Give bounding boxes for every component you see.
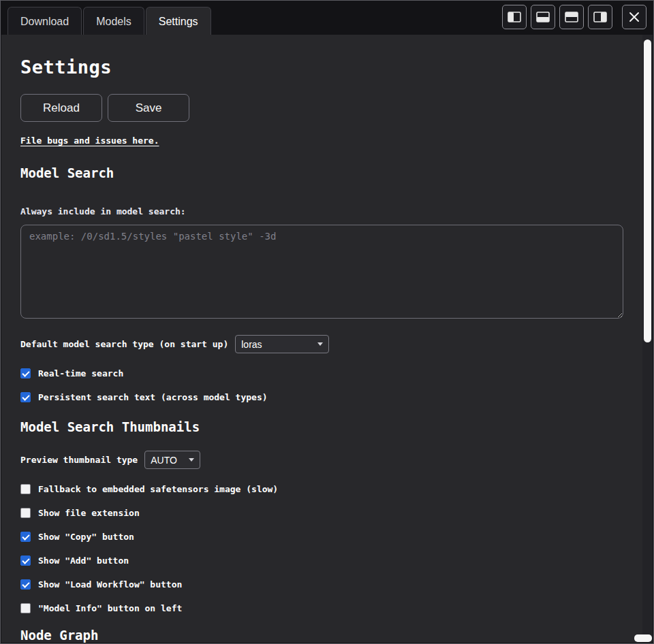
preview-thumbnail-row: Preview thumbnail type AUTO — [20, 451, 623, 469]
preview-thumbnail-label: Preview thumbnail type — [20, 455, 138, 465]
close-button[interactable] — [622, 5, 647, 29]
settings-window: Download Models Settings — [0, 0, 654, 644]
tab-download[interactable]: Download — [7, 7, 82, 35]
setting-row-fallback-safetensors: Fallback to embedded safetensors image (… — [20, 483, 623, 495]
dock-bottom-button[interactable] — [531, 5, 555, 29]
select-value: loras — [241, 339, 262, 350]
tab-bar: Download Models Settings — [7, 1, 211, 35]
dock-top-icon — [565, 12, 578, 22]
tab-settings[interactable]: Settings — [146, 7, 211, 35]
checkbox-fallback-safetensors[interactable] — [20, 484, 31, 494]
checkbox-label: Real-time search — [38, 368, 123, 379]
dock-bottom-icon — [536, 12, 550, 22]
checkbox-label: Show "Load Workflow" button — [38, 579, 182, 590]
close-icon — [629, 12, 640, 22]
checkbox-label: Show "Copy" button — [38, 532, 134, 542]
topbar-actions — [502, 5, 647, 31]
always-include-label: Always include in model search: — [20, 206, 623, 216]
reload-button[interactable]: Reload — [20, 94, 102, 122]
setting-row-persistent-search: Persistent search text (across model typ… — [20, 391, 623, 403]
chevron-down-icon — [189, 458, 194, 462]
checkbox-show-extension[interactable] — [20, 508, 31, 518]
default-search-type-row: Default model search type (on start up) … — [20, 335, 623, 353]
always-include-textarea[interactable] — [20, 225, 623, 319]
dock-top-button[interactable] — [559, 5, 584, 29]
action-buttons: Reload Save — [20, 94, 623, 122]
setting-row-realtime-search: Real-time search — [20, 367, 623, 379]
checkbox-label: Show "Add" button — [38, 556, 129, 566]
settings-panel: Settings Reload Save File bugs and issue… — [1, 35, 642, 643]
section-heading-thumbnails: Model Search Thumbnails — [20, 419, 623, 434]
checkbox-realtime-search[interactable] — [20, 368, 31, 379]
setting-row-show-extension: Show file extension — [20, 506, 623, 519]
horizontal-scrollbar-thumb[interactable] — [634, 634, 652, 642]
setting-row-show-copy: Show "Copy" button — [20, 530, 623, 543]
preview-thumbnail-select[interactable]: AUTO — [144, 451, 200, 469]
vertical-scrollbar-thumb[interactable] — [644, 39, 651, 342]
setting-row-show-add: Show "Add" button — [20, 554, 623, 566]
chevron-down-icon — [317, 342, 323, 346]
dock-left-button[interactable] — [502, 5, 527, 29]
checkbox-show-add[interactable] — [20, 556, 31, 566]
checkbox-show-copy[interactable] — [20, 532, 31, 542]
vertical-scrollbar-track[interactable] — [642, 35, 653, 643]
dock-right-button[interactable] — [588, 5, 612, 29]
checkbox-label: Fallback to embedded safetensors image (… — [38, 484, 278, 494]
setting-row-show-load-workflow: Show "Load Workflow" button — [20, 578, 623, 590]
checkbox-persistent-search[interactable] — [20, 392, 31, 402]
setting-row-model-info-left: "Model Info" button on left — [20, 602, 623, 614]
file-bugs-link[interactable]: File bugs and issues here. — [20, 135, 159, 146]
topbar: Download Models Settings — [1, 1, 653, 35]
checkbox-show-load-workflow[interactable] — [20, 579, 31, 590]
select-value: AUTO — [151, 455, 177, 466]
checkbox-label: Persistent search text (across model typ… — [38, 392, 268, 402]
default-search-type-select[interactable]: loras — [235, 335, 329, 353]
checkbox-model-info-left[interactable] — [20, 603, 31, 613]
default-search-type-label: Default model search type (on start up) — [20, 339, 228, 349]
page-title: Settings — [20, 57, 623, 78]
checkbox-label: Show file extension — [38, 508, 140, 518]
tab-models[interactable]: Models — [83, 7, 144, 35]
save-button[interactable]: Save — [108, 94, 189, 122]
section-heading-model-search: Model Search — [20, 165, 623, 180]
section-heading-node-graph: Node Graph — [20, 628, 623, 643]
dock-right-icon — [593, 12, 607, 22]
checkbox-label: "Model Info" button on left — [38, 603, 182, 613]
dock-left-icon — [508, 12, 521, 22]
